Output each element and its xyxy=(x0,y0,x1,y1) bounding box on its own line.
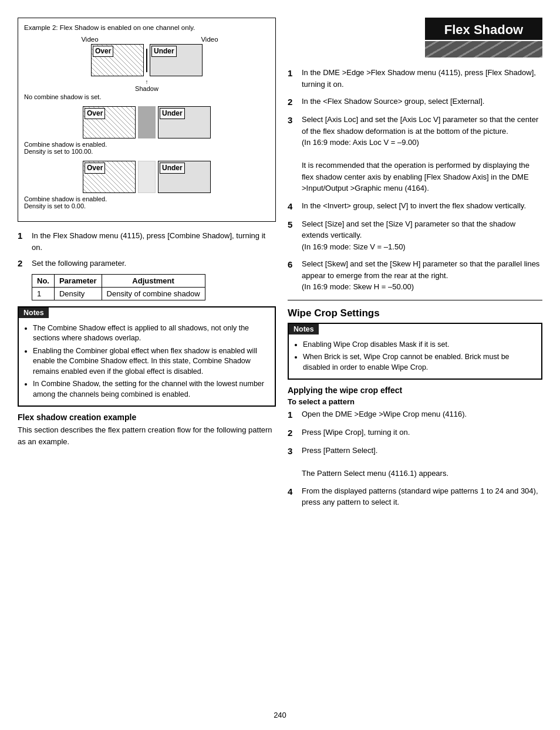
flex-shadow-example: Flex shadow creation example This sectio… xyxy=(18,413,276,447)
col-header-adjustment: Adjustment xyxy=(102,274,205,287)
left-note-2: Enabling the Combiner global effect when… xyxy=(33,346,269,377)
to-select-heading: To select a pattern xyxy=(288,397,542,406)
table-cell-adjustment: Density of combine shadow xyxy=(102,287,205,300)
diagram-caption-1: No combine shadow is set. xyxy=(24,93,269,100)
flex-shadow-logo-lines xyxy=(425,41,542,58)
right-column: Flex Shadow 1 In the DME >Edge >Flex Sha… xyxy=(288,18,542,514)
left-note-1: The Combine Shadow effect is applied to … xyxy=(33,323,269,344)
wipe-crop-note-1: Enabling Wipe Crop disables Mask if it i… xyxy=(303,340,535,350)
diagram-section-3: Over Under Combine shadow is enabled.Den… xyxy=(24,161,269,209)
shadow-line xyxy=(146,49,147,72)
right-step-text-4: In the <Invert> group, select [V] to inv… xyxy=(302,200,542,212)
diagram-caption-3: Combine shadow is enabled.Density is set… xyxy=(24,195,269,209)
applying-heading: Applying the wipe crop effect xyxy=(288,386,542,395)
video-label-left: Video xyxy=(81,36,98,43)
table-cell-parameter: Density xyxy=(54,287,102,300)
shadow-arrow: ↑ xyxy=(135,79,158,85)
right-step-num-2: 2 xyxy=(288,96,298,108)
right-step-text-1: In the DME >Edge >Flex Shadow menu (4115… xyxy=(302,67,542,90)
table-cell-no: 1 xyxy=(32,287,55,300)
right-step-num-6: 6 xyxy=(288,258,298,271)
right-step-text-2: In the <Flex Shadow Source> group, selec… xyxy=(302,96,542,107)
over-block-3: Over xyxy=(83,161,136,193)
shadow-section xyxy=(146,44,147,76)
shadow-block-3 xyxy=(138,161,156,193)
shadow-text: ↑ Shadow xyxy=(135,79,158,92)
wipe-step-num-1: 1 xyxy=(288,408,298,421)
left-step-num-2: 2 xyxy=(18,258,28,269)
table-row: 1 Density Density of combine shadow xyxy=(32,287,205,300)
left-notes-box: Notes The Combine Shadow effect is appli… xyxy=(18,306,276,407)
under-block-2: Under xyxy=(158,106,211,138)
diagram-section-2: Over Under Combine shadow is enabled.Den… xyxy=(24,106,269,155)
wipe-step-text-4: From the displayed patterns (standard wi… xyxy=(302,485,542,508)
right-step-text-5: Select [Size] and set the [Size V] param… xyxy=(302,218,542,253)
right-step-3: 3 Select [Axis Loc] and set the [Axis Lo… xyxy=(288,114,542,194)
left-step-2: 2 Set the following parameter. xyxy=(18,258,276,269)
over-block-2: Over xyxy=(83,106,136,138)
over-label-3: Over xyxy=(85,163,105,174)
wipe-step-3: 3 Press [Pattern Select]. The Pattern Se… xyxy=(288,445,542,479)
right-step-6: 6 Select [Skew] and set the [Skew H] par… xyxy=(288,258,542,293)
right-step-num-5: 5 xyxy=(288,218,298,231)
diagram-caption-2: Combine shadow is enabled.Density is set… xyxy=(24,141,269,155)
video-labels-1: Video Video xyxy=(24,36,269,43)
over-label-1: Over xyxy=(93,46,113,57)
wipe-step-num-2: 2 xyxy=(288,427,298,439)
diagram-title: Example 2: Flex Shadow is enabled on one… xyxy=(24,24,269,31)
flex-shadow-logo-title: Flex Shadow xyxy=(425,18,542,40)
wipe-crop-notes-box: Notes Enabling Wipe Crop disables Mask i… xyxy=(288,323,542,380)
col-header-parameter: Parameter xyxy=(54,274,102,287)
left-column: Example 2: Flex Shadow is enabled on one… xyxy=(18,18,276,514)
right-step-5: 5 Select [Size] and set the [Size V] par… xyxy=(288,218,542,253)
shadow-block-2 xyxy=(138,106,156,138)
wipe-step-2: 2 Press [Wipe Crop], turning it on. xyxy=(288,427,542,439)
left-step-num-1: 1 xyxy=(18,230,28,242)
wipe-step-num-4: 4 xyxy=(288,485,298,498)
over-block-1: Over xyxy=(91,44,144,76)
left-step-text-2: Set the following parameter. xyxy=(32,258,276,269)
shadow-caption: Shadow xyxy=(135,85,158,92)
param-table-wrapper: No. Parameter Adjustment 1 Density Densi… xyxy=(32,274,276,300)
right-step-text-3: Select [Axis Loc] and set the [Axis Loc … xyxy=(302,114,542,194)
right-step-text-6: Select [Skew] and set the [Skew H] param… xyxy=(302,258,542,293)
left-notes-content: The Combine Shadow effect is applied to … xyxy=(19,321,275,406)
right-step-num-1: 1 xyxy=(288,67,298,79)
wipe-step-1: 1 Open the DME >Edge >Wipe Crop menu (41… xyxy=(288,408,542,421)
left-notes-list: The Combine Shadow effect is applied to … xyxy=(25,323,269,400)
wipe-step-4: 4 From the displayed patterns (standard … xyxy=(288,485,542,508)
wipe-crop-heading: Wipe Crop Settings xyxy=(288,307,542,319)
left-step-text-1: In the Flex Shadow menu (4115), press [C… xyxy=(32,230,276,253)
diagram-box: Example 2: Flex Shadow is enabled on one… xyxy=(18,18,276,222)
over-label-2: Over xyxy=(85,108,105,119)
under-label-1: Under xyxy=(151,46,177,57)
under-block-3: Under xyxy=(158,161,211,193)
left-notes-header: Notes xyxy=(19,307,49,318)
wipe-step-num-3: 3 xyxy=(288,445,298,457)
wipe-crop-section: Wipe Crop Settings Notes Enabling Wipe C… xyxy=(288,307,542,508)
wipe-crop-note-2: When Brick is set, Wipe Crop cannot be e… xyxy=(303,352,535,373)
col-header-no: No. xyxy=(32,274,55,287)
shadow-row: ↑ Shadow xyxy=(24,79,269,92)
flex-shadow-example-text: This section describes the flex pattern … xyxy=(18,424,276,447)
wipe-crop-notes-content: Enabling Wipe Crop disables Mask if it i… xyxy=(289,337,541,379)
diagram-row-3: Over Under xyxy=(24,161,269,193)
right-step-1: 1 In the DME >Edge >Flex Shadow menu (41… xyxy=(288,67,542,90)
right-step-num-4: 4 xyxy=(288,200,298,212)
right-step-4: 4 In the <Invert> group, select [V] to i… xyxy=(288,200,542,212)
left-step-1: 1 In the Flex Shadow menu (4115), press … xyxy=(18,230,276,253)
wipe-step-text-1: Open the DME >Edge >Wipe Crop menu (4116… xyxy=(302,408,542,420)
left-note-3: In Combine Shadow, the setting for the c… xyxy=(33,379,269,400)
flex-shadow-example-heading: Flex shadow creation example xyxy=(18,413,276,422)
applying-section: Applying the wipe crop effect To select … xyxy=(288,386,542,508)
right-step-2: 2 In the <Flex Shadow Source> group, sel… xyxy=(288,96,542,108)
under-label-2: Under xyxy=(160,108,185,119)
right-step-num-3: 3 xyxy=(288,114,298,126)
wipe-crop-notes-list: Enabling Wipe Crop disables Mask if it i… xyxy=(295,340,535,373)
wipe-step-text-2: Press [Wipe Crop], turning it on. xyxy=(302,427,542,438)
under-label-3: Under xyxy=(160,163,185,174)
video-label-right: Video xyxy=(201,36,218,43)
diagram-section-1: Video Video Over Under xyxy=(24,36,269,100)
diagram-row-2: Over Under xyxy=(24,106,269,138)
wipe-crop-divider xyxy=(288,300,542,300)
